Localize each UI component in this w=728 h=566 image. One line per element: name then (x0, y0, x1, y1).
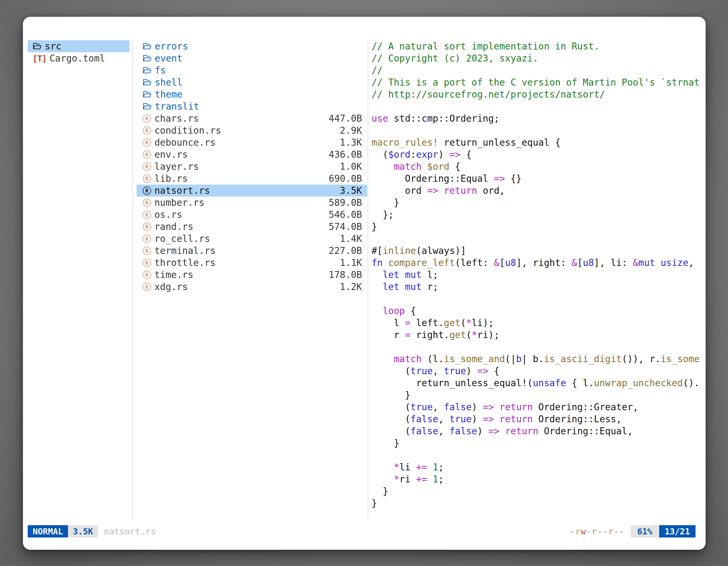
file-row[interactable]: Rlib.rs690.0B (137, 173, 367, 185)
parent-pane: src[T]Cargo.toml (28, 40, 130, 64)
code-token: let (383, 269, 400, 280)
code-token: (l. (422, 353, 444, 364)
code-token: expr (416, 149, 438, 160)
code-token: { (449, 161, 461, 172)
code-token: Ordering::Equal, (538, 426, 633, 436)
file-row[interactable]: Rxdg.rs1.2K (137, 281, 367, 293)
code-line: } (372, 197, 706, 209)
code-token: return_unless_equal!( (372, 377, 533, 388)
code-line: use std::cmp::Ordering; (372, 112, 706, 125)
permission-char: - (619, 526, 625, 536)
file-name: chars.rs (154, 113, 199, 124)
dir-row[interactable]: shell (137, 76, 367, 88)
code-token: return (505, 426, 538, 436)
file-row[interactable]: Rthrottle.rs1.1K (137, 257, 367, 269)
file-row[interactable]: Rtime.rs178.0B (137, 269, 367, 281)
dir-row[interactable]: fs (137, 64, 367, 76)
file-name: Cargo.toml (50, 53, 105, 64)
rust-icon: R (143, 151, 151, 159)
file-row[interactable]: Ros.rs546.0B (137, 209, 367, 221)
code-token: = (405, 329, 410, 340)
code-line: (false, false) => return Ordering::Equal… (372, 425, 706, 437)
code-line: l = left.get(*li); (372, 317, 706, 329)
dir-row[interactable]: translit (137, 100, 367, 112)
code-token: += (416, 462, 427, 473)
code-token: ], li: (594, 257, 633, 268)
code-token: Ordering::Greater, (533, 401, 638, 412)
file-row[interactable]: Rlayer.rs1.0K (137, 161, 367, 173)
code-line: } (372, 221, 706, 233)
code-token: true (410, 401, 433, 412)
code-token: } (372, 221, 377, 232)
code-token: li (399, 462, 416, 473)
rust-icon: R (143, 259, 151, 267)
code-line: let mut l; (372, 269, 706, 281)
file-size: 574.0B (329, 221, 362, 232)
dir-row[interactable]: errors (137, 40, 367, 52)
code-token: // A natural sort implementation in Rust… (372, 41, 600, 52)
code-token: std::cmp::Ordering; (388, 113, 499, 124)
status-bar: NORMAL 3.5K natsort.rs -rw-r--r-- 61% 13… (28, 525, 696, 537)
rust-icon: R (143, 247, 151, 255)
file-row[interactable]: Rdebounce.rs1.3K (137, 137, 367, 149)
code-token: ; (438, 462, 444, 473)
dir-row[interactable]: theme (137, 88, 367, 100)
file-row[interactable]: [T]Cargo.toml (28, 52, 130, 64)
code-token (499, 426, 505, 436)
code-line: let mut r; (372, 281, 706, 293)
code-token: fn (372, 257, 383, 268)
file-row[interactable]: Rchars.rs447.0B (137, 112, 367, 125)
code-line: Ordering::Equal => {} (372, 173, 706, 185)
code-token: { (405, 305, 416, 316)
permission-char: - (586, 526, 592, 536)
file-row[interactable]: Rnumber.rs589.0B (137, 197, 367, 209)
code-line: match (l.is_some_and(|b| b.is_ascii_digi… (372, 353, 706, 365)
file-name: number.rs (154, 197, 205, 208)
code-token: 1 (433, 462, 438, 473)
file-size: 1.3K (340, 137, 362, 148)
code-token: right. (410, 329, 449, 340)
code-line: return_unless_equal!(unsafe { l.unwrap_u… (372, 377, 706, 389)
rust-icon: R (143, 199, 151, 207)
mode-badge: NORMAL (28, 525, 68, 537)
code-token: l; (422, 269, 438, 280)
code-token (438, 185, 444, 196)
file-name: env.rs (154, 149, 188, 160)
file-size: 436.0B (329, 149, 362, 160)
dir-row[interactable]: src (28, 40, 130, 52)
dir-row[interactable]: event (137, 52, 367, 64)
file-row[interactable]: Rnatsort.rs3.5K (137, 185, 367, 197)
file-row[interactable]: Rro_cell.rs1.4K (137, 233, 367, 245)
code-token: += (416, 474, 427, 485)
code-token: [ (499, 257, 505, 268)
file-row[interactable]: Renv.rs436.0B (137, 149, 367, 161)
code-token (372, 353, 394, 364)
code-token: ( (466, 329, 472, 340)
permission-char: r (608, 526, 614, 536)
file-size: 1.4K (340, 233, 362, 244)
file-name: xdg.rs (154, 281, 188, 292)
file-size: 690.0B (329, 173, 362, 184)
code-token (399, 269, 405, 280)
file-name: ro_cell.rs (154, 233, 210, 244)
file-row[interactable]: Rrand.rs574.0B (137, 221, 367, 233)
code-line: (false, true) => return Ordering::Less, (372, 413, 706, 425)
code-token: Ordering::Equal (372, 173, 494, 184)
code-token: : (410, 149, 416, 160)
file-size: 3.5K (340, 185, 362, 196)
file-row[interactable]: Rterminal.rs227.0B (137, 245, 367, 257)
permission-char: - (570, 526, 575, 536)
code-token (372, 462, 394, 473)
file-name: throttle.rs (154, 257, 216, 268)
file-name: os.rs (154, 209, 182, 220)
code-token: } (372, 197, 399, 208)
dir-name: src (45, 41, 62, 52)
file-name: terminal.rs (154, 245, 216, 256)
code-token: // http://sourcefrog.net/projects/natsor… (372, 89, 605, 100)
file-row[interactable]: Rcondition.rs2.9K (137, 125, 367, 137)
code-line (372, 341, 706, 353)
file-size: 589.0B (329, 197, 362, 208)
code-line: // (372, 64, 706, 76)
rust-icon: R (143, 126, 151, 135)
rust-icon: R (143, 139, 151, 147)
